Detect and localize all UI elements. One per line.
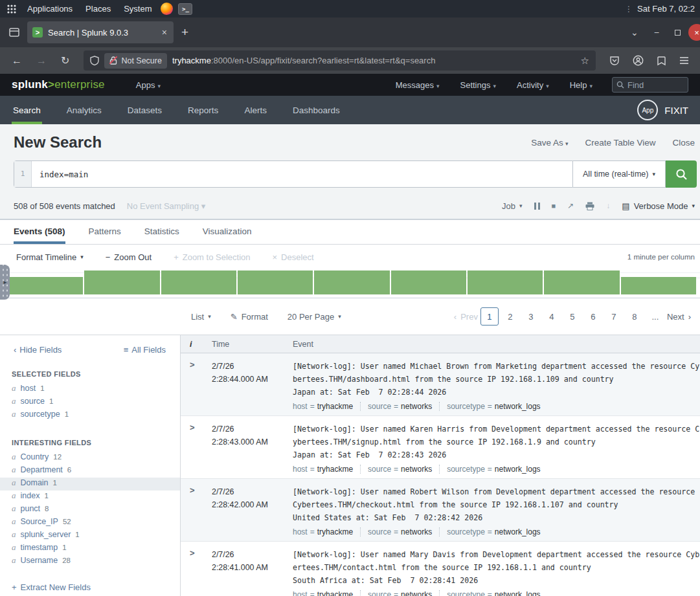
create-table-view-button[interactable]: Create Table View bbox=[585, 138, 655, 148]
tab-close-icon[interactable]: × bbox=[161, 27, 168, 38]
field-value-link[interactable]: networks bbox=[401, 402, 432, 411]
export-icon[interactable]: ↓ bbox=[606, 201, 610, 210]
format-timeline-menu[interactable]: Format Timeline▾ bbox=[16, 252, 84, 262]
field-timestamp[interactable]: atimestamp1 bbox=[0, 542, 180, 555]
nav-analytics[interactable]: Analytics bbox=[65, 105, 103, 124]
timeline-bar[interactable] bbox=[161, 270, 236, 294]
field-value-link[interactable]: networks bbox=[401, 465, 432, 474]
page-button-3[interactable]: 3 bbox=[522, 307, 540, 326]
clock[interactable]: Sat Feb 7, 02:2 bbox=[637, 4, 695, 14]
activity-menu[interactable]: Activity▾ bbox=[509, 80, 557, 90]
close-button[interactable]: Close bbox=[672, 138, 695, 148]
expand-event-icon[interactable]: > bbox=[181, 360, 212, 415]
firefox-launcher-icon[interactable] bbox=[161, 3, 173, 15]
field-punct[interactable]: apunct8 bbox=[0, 503, 180, 516]
field-source[interactable]: asource1 bbox=[0, 396, 180, 409]
time-range-picker[interactable]: All time (real-time)▾ bbox=[573, 160, 666, 188]
stop-icon[interactable]: ■ bbox=[552, 202, 556, 210]
tab-patterns[interactable]: Patterns bbox=[89, 226, 121, 244]
terminal-launcher-icon[interactable]: >_ bbox=[178, 3, 192, 15]
forward-icon[interactable]: → bbox=[31, 55, 52, 67]
field-splunk-server[interactable]: asplunk_server1 bbox=[0, 529, 180, 542]
page-button-2[interactable]: 2 bbox=[501, 307, 519, 326]
menu-places[interactable]: Places bbox=[82, 4, 115, 14]
field-value-link[interactable]: tryhackme bbox=[317, 590, 353, 596]
timeline-bar[interactable] bbox=[8, 277, 83, 294]
messages-menu[interactable]: Messages▾ bbox=[388, 80, 447, 90]
window-minimize-icon[interactable]: − bbox=[646, 27, 667, 38]
deselect-button[interactable]: ×Deselect bbox=[273, 252, 314, 262]
splunk-logo[interactable]: splunk>enterprise bbox=[12, 78, 105, 91]
field-index[interactable]: aindex1 bbox=[0, 491, 180, 503]
settings-menu[interactable]: Settings▾ bbox=[453, 80, 504, 90]
page-button-5[interactable]: 5 bbox=[563, 307, 581, 326]
extract-new-fields-link[interactable]: +Extract New Fields bbox=[0, 582, 180, 592]
page-button-1[interactable]: 1 bbox=[480, 307, 499, 326]
timeline-bar[interactable] bbox=[238, 270, 313, 294]
field-value-link[interactable]: tryhackme bbox=[317, 527, 353, 536]
format-menu[interactable]: ✎Format bbox=[231, 312, 268, 322]
tab-statistics[interactable]: Statistics bbox=[144, 226, 179, 244]
field-source-ip[interactable]: aSource_IP52 bbox=[0, 516, 180, 529]
find-box[interactable] bbox=[612, 77, 688, 93]
field-department[interactable]: aDepartment6 bbox=[0, 465, 180, 478]
list-view-menu[interactable]: List▾ bbox=[191, 312, 211, 322]
address-bar[interactable]: Not Secure tryhackme:8000/en-US/app/fixi… bbox=[84, 50, 596, 71]
print-icon[interactable] bbox=[585, 202, 594, 210]
prev-page-button[interactable]: ‹Prev bbox=[454, 307, 478, 326]
field-username[interactable]: aUsername28 bbox=[0, 555, 180, 568]
menu-applications[interactable]: Applications bbox=[23, 4, 76, 14]
hide-fields-link[interactable]: ‹Hide Fields bbox=[14, 345, 62, 355]
expand-event-icon[interactable]: > bbox=[181, 423, 212, 478]
timeline-bar[interactable] bbox=[391, 270, 466, 294]
save-to-library-icon[interactable] bbox=[652, 56, 671, 66]
pocket-icon[interactable] bbox=[605, 56, 624, 66]
apps-menu[interactable]: Apps▾ bbox=[128, 80, 168, 90]
next-page-button[interactable]: Next› bbox=[667, 307, 691, 326]
browser-tab[interactable]: > Search | Splunk 9.0.3 × bbox=[27, 21, 174, 43]
window-restore-icon[interactable] bbox=[667, 27, 688, 38]
share-icon[interactable]: ↗ bbox=[567, 201, 574, 210]
field-value-link[interactable]: networks bbox=[401, 527, 432, 536]
nav-dashboards[interactable]: Dashboards bbox=[291, 105, 341, 124]
help-menu[interactable]: Help▾ bbox=[562, 80, 600, 90]
tab-visualization[interactable]: Visualization bbox=[203, 226, 252, 244]
menu-system[interactable]: System bbox=[120, 4, 155, 14]
timeline-bar[interactable] bbox=[468, 270, 543, 294]
save-as-button[interactable]: Save As▾ bbox=[531, 138, 568, 148]
back-icon[interactable]: ← bbox=[6, 55, 27, 67]
field-value-link[interactable]: tryhackme bbox=[317, 465, 353, 474]
field-value-link[interactable]: tryhackme bbox=[317, 402, 353, 411]
field-value-link[interactable]: network_logs bbox=[495, 527, 541, 536]
nav-reports[interactable]: Reports bbox=[186, 105, 220, 124]
account-icon[interactable] bbox=[628, 55, 648, 66]
not-secure-chip[interactable]: Not Secure bbox=[104, 53, 167, 69]
field-host[interactable]: ahost1 bbox=[0, 383, 180, 396]
pause-icon[interactable] bbox=[534, 203, 540, 210]
zoom-out-button[interactable]: −Zoom Out bbox=[106, 252, 152, 262]
field-value-link[interactable]: networks bbox=[401, 590, 432, 596]
find-input[interactable] bbox=[627, 80, 679, 90]
zoom-to-selection-button[interactable]: +Zoom to Selection bbox=[174, 252, 250, 262]
timeline-bar[interactable] bbox=[544, 270, 619, 294]
search-submit-button[interactable] bbox=[666, 160, 697, 188]
field-value-link[interactable]: network_logs bbox=[495, 465, 541, 474]
window-close-icon[interactable]: × bbox=[688, 24, 700, 41]
nav-datasets[interactable]: Datasets bbox=[126, 105, 163, 124]
current-app-badge[interactable]: App FIXIT bbox=[637, 100, 688, 124]
job-menu[interactable]: Job▾ bbox=[502, 201, 523, 211]
search-mode-menu[interactable]: ▤Verbose Mode▾ bbox=[622, 201, 695, 211]
bookmark-star-icon[interactable]: ☆ bbox=[581, 55, 589, 67]
search-query-input[interactable] bbox=[32, 161, 572, 187]
all-fields-link[interactable]: ≡All Fields bbox=[124, 345, 166, 355]
timeline-chart[interactable] bbox=[0, 269, 700, 298]
nav-search[interactable]: Search bbox=[12, 105, 42, 124]
tab-organizer-icon[interactable] bbox=[4, 23, 25, 42]
page-button-8[interactable]: 8 bbox=[626, 307, 644, 326]
field-sourcetype[interactable]: asourcetype1 bbox=[0, 409, 180, 422]
per-page-menu[interactable]: 20 Per Page▾ bbox=[288, 312, 341, 322]
apps-grid-icon[interactable] bbox=[5, 3, 18, 16]
timeline-bar[interactable] bbox=[314, 270, 389, 294]
list-all-tabs-icon[interactable]: ⌄ bbox=[623, 27, 646, 38]
field-value-link[interactable]: network_logs bbox=[495, 402, 541, 411]
